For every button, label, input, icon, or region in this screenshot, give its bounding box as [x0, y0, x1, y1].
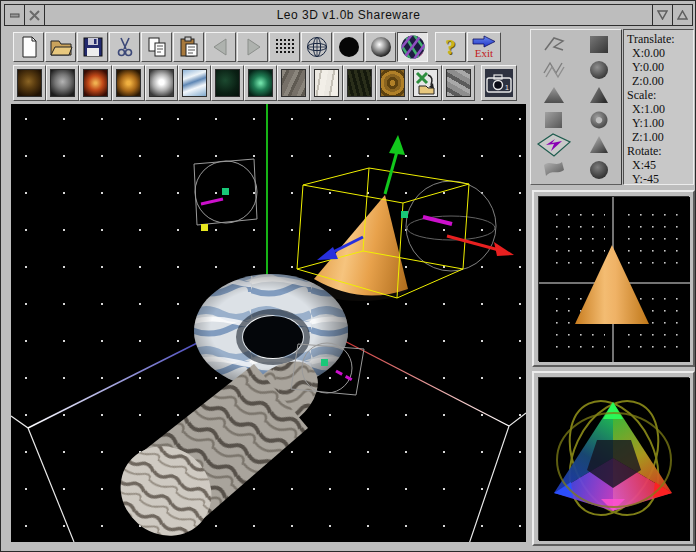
gold-sphere-icon	[116, 69, 141, 97]
cube-icon	[587, 34, 611, 56]
zigzag-lines-icon	[542, 59, 566, 81]
open-button[interactable]	[45, 32, 76, 62]
texture-wood-rings[interactable]	[376, 65, 409, 101]
minimize-icon	[10, 10, 20, 20]
open-folder-icon	[49, 35, 73, 59]
wood-rings-icon	[380, 69, 405, 97]
grid-button[interactable]	[269, 32, 300, 62]
window-title: Leo 3D v1.0b Shareware	[45, 5, 652, 25]
back-arrow-icon	[209, 35, 233, 59]
texture-dark-circuit[interactable]	[343, 65, 376, 101]
texture-wavy-marble[interactable]	[442, 65, 475, 101]
rotate-x: X:45	[627, 158, 693, 172]
front-view-panel[interactable]	[532, 190, 695, 367]
copy-icon	[145, 35, 169, 59]
exit-label: Exit	[475, 48, 493, 58]
tool-zigzag-lines[interactable]	[531, 57, 576, 82]
gray-marble-icon	[281, 69, 306, 97]
tool-pyramid[interactable]	[576, 132, 621, 157]
texture-dark-green-moss[interactable]	[211, 65, 244, 101]
dark-circuit-icon	[347, 69, 372, 97]
paste-clipboard-icon	[177, 35, 201, 59]
translate-y: Y:0.00	[627, 60, 693, 74]
scale-x: X:1.00	[627, 102, 693, 116]
save-button[interactable]	[77, 32, 108, 62]
texture-load-button[interactable]	[409, 65, 442, 101]
exit-button[interactable]: Exit	[467, 32, 501, 62]
shade-button[interactable]	[652, 5, 672, 25]
translate-z: Z:0.00	[627, 74, 693, 88]
open-polygon-icon	[542, 34, 566, 56]
solid-sphere-icon	[337, 35, 361, 59]
tool-cone[interactable]	[576, 82, 621, 107]
help-icon: ?	[445, 37, 456, 57]
forward-arrow-icon	[241, 35, 265, 59]
texture-toolbar: 1	[13, 64, 517, 101]
pyramid-icon	[587, 134, 611, 156]
tool-cube[interactable]	[576, 32, 621, 57]
ellipsoid-icon	[587, 159, 611, 181]
tool-curved-ribbon[interactable]	[531, 157, 576, 182]
shaded-sphere-button[interactable]	[365, 32, 396, 62]
tool-triangle-2d[interactable]	[531, 82, 576, 107]
curved-ribbon-icon	[541, 159, 567, 181]
copy-button[interactable]	[141, 32, 172, 62]
texture-gray-sphere[interactable]	[46, 65, 79, 101]
wireframe-sphere-button[interactable]	[301, 32, 332, 62]
color-space-panel[interactable]	[532, 371, 695, 546]
paste-button[interactable]	[173, 32, 204, 62]
render-camera-button[interactable]: 1	[481, 65, 517, 101]
texture-white-marble[interactable]	[310, 65, 343, 101]
minimize-button[interactable]	[5, 5, 25, 25]
scale-label: Scale:	[627, 88, 693, 102]
cut-button[interactable]	[109, 32, 140, 62]
scale-y: Y:1.00	[627, 116, 693, 130]
color-space-canvas	[539, 378, 690, 541]
tool-ellipsoid[interactable]	[576, 157, 621, 182]
main-3d-viewport[interactable]	[11, 104, 526, 542]
texture-sky-clouds[interactable]	[178, 65, 211, 101]
translate-x: X:0.00	[627, 46, 693, 60]
translate-label: Translate:	[627, 32, 693, 46]
green-handle	[401, 211, 408, 218]
texture-gold-sphere[interactable]	[112, 65, 145, 101]
texture-red-sphere[interactable]	[79, 65, 112, 101]
dark-green-moss-icon	[215, 69, 240, 97]
forward-button[interactable]	[237, 32, 268, 62]
close-button[interactable]	[25, 5, 45, 25]
texture-gray-marble[interactable]	[277, 65, 310, 101]
globe-wireframe-icon	[305, 35, 329, 59]
torus-icon	[587, 109, 611, 131]
rotate-y: Y:-45	[627, 172, 693, 186]
tool-torus[interactable]	[576, 107, 621, 132]
maximize-button[interactable]	[672, 5, 692, 25]
red-sphere-icon	[83, 69, 108, 97]
new-button[interactable]	[13, 32, 44, 62]
rotate-label: Rotate:	[627, 144, 693, 158]
teal-sphere-icon	[248, 69, 273, 97]
tool-free-deform[interactable]	[531, 132, 576, 157]
gray-sphere-icon	[50, 69, 75, 97]
cone-icon	[587, 84, 611, 106]
square-2d-icon	[542, 109, 566, 131]
back-button[interactable]	[205, 32, 236, 62]
tool-sphere[interactable]	[576, 57, 621, 82]
scene-canvas	[11, 104, 526, 542]
sky-clouds-icon	[182, 69, 207, 97]
tool-square-2d[interactable]	[531, 107, 576, 132]
svg-text:1: 1	[505, 84, 509, 91]
help-button[interactable]: ?	[435, 32, 466, 62]
triangle-down-icon	[657, 10, 668, 20]
tool-open-polygon[interactable]	[531, 32, 576, 57]
shaded-sphere-icon	[369, 35, 393, 59]
textured-sphere-button[interactable]	[397, 32, 428, 62]
brown-sphere-icon	[17, 69, 42, 97]
free-deform-selected-icon	[536, 132, 572, 158]
textured-sphere-icon	[400, 34, 426, 60]
texture-brown-sphere[interactable]	[13, 65, 46, 101]
triangle-up-icon	[677, 10, 688, 20]
white-marble-icon	[314, 69, 339, 97]
texture-teal-sphere[interactable]	[244, 65, 277, 101]
solid-sphere-button[interactable]	[333, 32, 364, 62]
texture-silver-sphere[interactable]	[145, 65, 178, 101]
